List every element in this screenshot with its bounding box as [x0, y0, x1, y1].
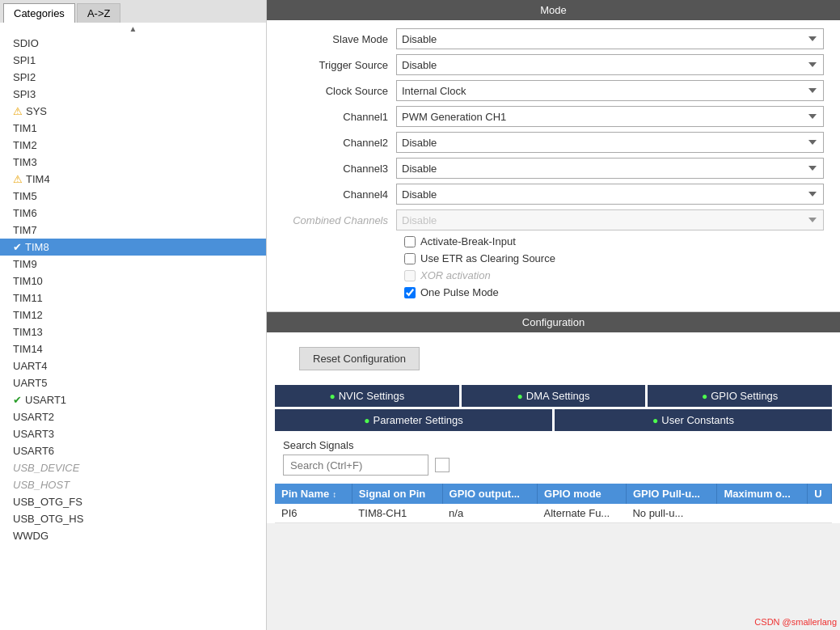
sidebar-item[interactable]: TIM6	[0, 205, 266, 222]
sidebar-item[interactable]: TIM12	[0, 307, 266, 323]
search-input[interactable]	[283, 455, 428, 476]
sidebar-item-label: UART4	[13, 360, 47, 372]
mode-field-select[interactable]: Disable	[396, 158, 824, 179]
table-cell: No pull-u...	[626, 504, 717, 523]
sidebar-item-label: WWDG	[13, 530, 49, 542]
config-tab[interactable]: ●User Constants	[555, 409, 832, 431]
sidebar-item[interactable]: TIM11	[0, 290, 266, 307]
checkbox-input	[404, 270, 416, 281]
mode-field-select[interactable]: PWM Generation CH1	[396, 106, 824, 127]
mode-field-select[interactable]: Disable	[396, 54, 824, 75]
scroll-up-arrow[interactable]: ▲	[0, 23, 266, 35]
checkbox-input[interactable]	[404, 236, 416, 247]
sidebar-item-label: SDIO	[13, 37, 39, 49]
search-label: Search Signals	[283, 439, 824, 451]
sidebar-item[interactable]: USB_OTG_FS	[0, 493, 266, 510]
mode-field-select[interactable]: Disable	[396, 28, 824, 49]
sidebar-item[interactable]: USART2	[0, 408, 266, 425]
sidebar-item[interactable]: USB_DEVICE	[0, 459, 266, 476]
mode-field-label: Combined Channels	[283, 214, 396, 226]
sidebar-item-label: SPI3	[13, 88, 36, 100]
tab-atoz[interactable]: A->Z	[77, 3, 121, 23]
table-cell: TIM8-CH1	[352, 504, 442, 523]
checkbox-input[interactable]	[404, 287, 416, 298]
tab-categories[interactable]: Categories	[3, 3, 75, 23]
config-tab-row-2: ●Parameter Settings●User Constants	[275, 409, 832, 431]
sidebar-item[interactable]: UART5	[0, 374, 266, 391]
check-icon: ✔	[13, 394, 22, 406]
mode-field-label: Clock Source	[283, 85, 396, 97]
table-header[interactable]: Pin Name↕	[275, 484, 352, 504]
table-header[interactable]: GPIO mode	[538, 484, 627, 504]
table-header[interactable]: GPIO output...	[442, 484, 537, 504]
sort-icon: ↕	[332, 490, 336, 499]
sidebar-item[interactable]: TIM3	[0, 154, 266, 171]
search-row	[283, 455, 824, 476]
table-header[interactable]: U	[808, 484, 832, 504]
sidebar-item[interactable]: TIM5	[0, 188, 266, 205]
sidebar-item[interactable]: TIM10	[0, 273, 266, 290]
config-tab-label: GPIO Settings	[711, 390, 778, 402]
sidebar-item[interactable]: UART4	[0, 357, 266, 374]
sidebar: Categories A->Z ▲ SDIOSPI1SPI2SPI3⚠SYSTI…	[0, 0, 267, 630]
reset-config-button[interactable]: Reset Configuration	[299, 347, 420, 370]
config-tab[interactable]: ●NVIC Settings	[275, 385, 459, 407]
config-tab[interactable]: ●DMA Settings	[462, 385, 646, 407]
config-tab[interactable]: ●GPIO Settings	[648, 385, 832, 407]
sidebar-item[interactable]: TIM7	[0, 222, 266, 239]
checkbox-row: Use ETR as Clearing Source	[283, 252, 824, 264]
sidebar-item[interactable]: SPI3	[0, 86, 266, 103]
checkbox-label: Use ETR as Clearing Source	[420, 252, 555, 264]
sidebar-item[interactable]: TIM14	[0, 340, 266, 357]
mode-header: Mode	[267, 0, 840, 20]
sidebar-item[interactable]: ⚠SYS	[0, 103, 266, 120]
sidebar-item[interactable]: SPI1	[0, 52, 266, 69]
sidebar-item-label: TIM10	[13, 275, 43, 287]
table-header[interactable]: GPIO Pull-u...	[626, 484, 717, 504]
mode-field-select[interactable]: Disable	[396, 184, 824, 205]
config-tab[interactable]: ●Parameter Settings	[275, 409, 552, 431]
mode-field-select[interactable]: Disable	[396, 132, 824, 153]
mode-field-label: Channel1	[283, 111, 396, 123]
checkbox-label: One Pulse Mode	[420, 286, 499, 298]
sidebar-item[interactable]: SPI2	[0, 69, 266, 86]
sidebar-item[interactable]: ✔TIM8	[0, 239, 266, 256]
search-box-icon	[435, 458, 450, 472]
sidebar-item[interactable]: ⚠TIM4	[0, 171, 266, 188]
mode-field-row: Channel2Disable	[283, 132, 824, 153]
table-cell: PI6	[275, 504, 352, 523]
tab-check-icon: ●	[329, 391, 335, 402]
table-header[interactable]: Maximum o...	[717, 484, 808, 504]
sidebar-item-label: TIM4	[26, 173, 50, 185]
checkbox-input[interactable]	[404, 253, 416, 264]
table-row[interactable]: PI6TIM8-CH1n/aAlternate Fu...No pull-u..…	[275, 504, 832, 523]
sidebar-item[interactable]: ✔USART1	[0, 391, 266, 408]
sidebar-item[interactable]: TIM9	[0, 256, 266, 273]
sidebar-item[interactable]: USB_OTG_HS	[0, 510, 266, 527]
config-header: Configuration	[267, 312, 840, 332]
config-tabs: ●NVIC Settings●DMA Settings●GPIO Setting…	[267, 385, 840, 431]
main-content: Mode Slave ModeDisableTrigger SourceDisa…	[267, 0, 840, 630]
mode-field-row: Trigger SourceDisable	[283, 54, 824, 75]
sidebar-item-label: USART1	[25, 394, 66, 406]
table-cell	[808, 504, 832, 523]
sidebar-item-label: TIM12	[13, 309, 43, 321]
sidebar-item[interactable]: TIM13	[0, 323, 266, 340]
table-header[interactable]: Signal on Pin	[352, 484, 442, 504]
mode-field-select[interactable]: Internal Clock	[396, 80, 824, 101]
sidebar-item-label: USB_OTG_FS	[13, 496, 82, 508]
sidebar-item-label: TIM3	[13, 156, 37, 168]
sidebar-item[interactable]: SDIO	[0, 35, 266, 52]
mode-field-row: Slave ModeDisable	[283, 28, 824, 49]
sidebar-item[interactable]: TIM1	[0, 120, 266, 137]
sidebar-item[interactable]: USART6	[0, 442, 266, 459]
sidebar-item[interactable]: USART3	[0, 425, 266, 442]
mode-field-row: Channel4Disable	[283, 184, 824, 205]
sidebar-item-label: SYS	[26, 105, 47, 117]
sidebar-item-label: TIM11	[13, 292, 43, 304]
checkbox-label: Activate-Break-Input	[420, 235, 516, 247]
sidebar-item[interactable]: TIM2	[0, 137, 266, 154]
sidebar-item[interactable]: USB_HOST	[0, 476, 266, 493]
sidebar-item[interactable]: WWDG	[0, 527, 266, 544]
tab-check-icon: ●	[702, 391, 707, 402]
